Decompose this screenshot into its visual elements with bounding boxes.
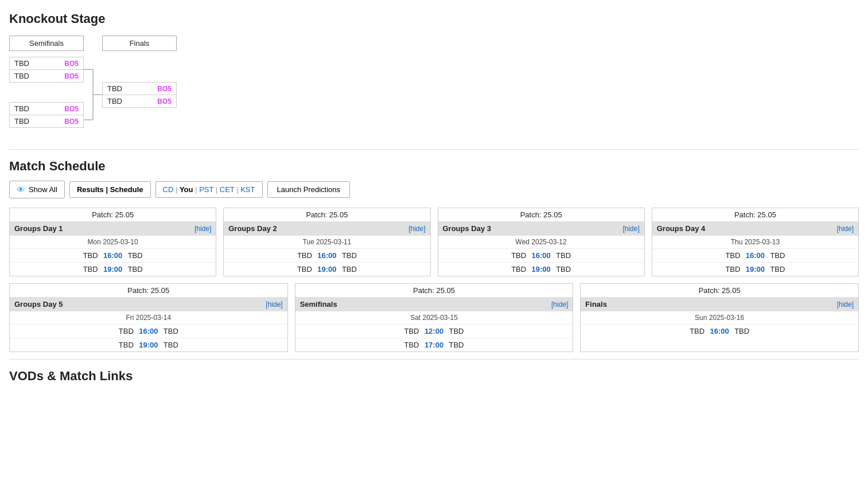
- day-header: Finals[hide]: [581, 297, 858, 311]
- match-time[interactable]: 19:00: [744, 265, 766, 274]
- day-date: Wed 2025-03-12: [438, 236, 644, 249]
- match-row: TBD12:00TBD: [295, 325, 573, 338]
- finals-column: Finals TBD BO5 TBD BO5: [102, 36, 177, 108]
- day-block: Patch: 25.05Finals[hide]Sun 2025-03-16TB…: [580, 283, 859, 352]
- bracket-wrapper: Semifinals TBD BO5 TBD BO5 TBD BO5 TBD B…: [9, 36, 859, 132]
- semi2-team2-bo: BO5: [64, 118, 79, 126]
- results-schedule-button[interactable]: Results | Schedule: [69, 181, 151, 198]
- match-team-right: TBD: [766, 265, 854, 274]
- match-row: TBD19:00TBD: [652, 263, 858, 276]
- day-name: Groups Day 4: [657, 224, 706, 233]
- match-team-right: TBD: [552, 251, 640, 260]
- match-time[interactable]: 12:00: [423, 327, 446, 335]
- timezone-kst[interactable]: KST: [240, 185, 255, 194]
- match-row: TBD16:00TBD: [438, 249, 644, 263]
- match-row: TBD19:00TBD: [10, 338, 287, 352]
- day-name: Groups Day 5: [14, 300, 63, 309]
- match-time[interactable]: 16:00: [137, 327, 160, 335]
- match-row: TBD17:00TBD: [295, 338, 573, 352]
- hide-link[interactable]: [hide]: [551, 300, 568, 309]
- match-row: TBD16:00TBD: [581, 325, 858, 338]
- schedule-grid-row2: Patch: 25.05Groups Day 5[hide]Fri 2025-0…: [9, 283, 859, 352]
- match-time[interactable]: 16:00: [102, 251, 124, 260]
- finals-team2-name: TBD: [107, 97, 151, 106]
- day-header: Groups Day 2[hide]: [224, 221, 430, 236]
- finals-team1-name: TBD: [107, 84, 151, 93]
- day-header: Groups Day 1[hide]: [10, 221, 216, 236]
- match-time[interactable]: 16:00: [530, 251, 552, 260]
- match-row: TBD19:00TBD: [224, 263, 430, 276]
- match-team-left: TBD: [443, 265, 530, 274]
- day-date: Thu 2025-03-13: [652, 236, 858, 249]
- semi2-team2-name: TBD: [14, 117, 59, 126]
- match-time[interactable]: 19:00: [137, 341, 160, 349]
- semi-match-1: TBD BO5 TBD BO5: [9, 57, 84, 83]
- day-block: Patch: 25.05Groups Day 4[hide]Thu 2025-0…: [652, 208, 859, 276]
- match-team-right: TBD: [160, 327, 283, 335]
- match-time[interactable]: 19:00: [316, 265, 338, 274]
- semi2-team1-row: TBD BO5: [9, 102, 84, 115]
- semi1-team2-bo: BO5: [64, 72, 79, 80]
- match-team-right: TBD: [766, 251, 854, 260]
- semi2-team1-bo: BO5: [64, 105, 79, 113]
- finals-match: TBD BO5 TBD BO5: [102, 82, 177, 108]
- timezone-cd[interactable]: CD: [163, 185, 174, 194]
- timezone-cet[interactable]: CET: [220, 185, 235, 194]
- day-name: Semifinals: [300, 300, 337, 309]
- day-date: Tue 2025-03-11: [224, 236, 430, 249]
- match-team-right: TBD: [124, 265, 212, 274]
- hide-link[interactable]: [hide]: [837, 225, 854, 233]
- results-schedule-label: Results | Schedule: [77, 185, 143, 194]
- semi1-team2-row: TBD BO5: [9, 70, 84, 83]
- knockout-stage-title: Knockout Stage: [9, 11, 859, 26]
- launch-predictions-label: Launch Predictions: [277, 185, 341, 194]
- match-row: TBD16:00TBD: [10, 325, 287, 338]
- timezone-pst[interactable]: PST: [199, 185, 213, 194]
- hide-link[interactable]: [hide]: [622, 225, 639, 233]
- match-team-right: TBD: [731, 327, 854, 335]
- match-time[interactable]: 16:00: [708, 327, 731, 335]
- day-date: Sat 2025-03-15: [295, 311, 573, 325]
- semi2-team1-name: TBD: [14, 104, 59, 113]
- eye-icon: 👁: [17, 185, 25, 194]
- show-all-button[interactable]: 👁 Show All: [9, 181, 65, 198]
- semifinals-column: Semifinals TBD BO5 TBD BO5 TBD BO5 TBD B…: [9, 36, 84, 128]
- day-patch: Patch: 25.05: [224, 208, 430, 221]
- match-team-right: TBD: [552, 265, 640, 274]
- match-team-right: TBD: [124, 251, 212, 260]
- match-team-left: TBD: [14, 251, 102, 260]
- day-patch: Patch: 25.05: [10, 284, 287, 297]
- match-team-right: TBD: [446, 327, 569, 335]
- hide-link[interactable]: [hide]: [408, 225, 425, 233]
- semi1-team1-row: TBD BO5: [9, 57, 84, 70]
- timezone-selector[interactable]: CD | You | PST | CET | KST: [155, 181, 263, 198]
- match-time[interactable]: 19:00: [530, 265, 552, 274]
- day-patch: Patch: 25.05: [581, 284, 858, 297]
- day-name: Finals: [585, 300, 607, 309]
- match-row: TBD19:00TBD: [438, 263, 644, 276]
- match-time[interactable]: 16:00: [744, 251, 766, 260]
- match-team-left: TBD: [300, 341, 423, 349]
- hide-link[interactable]: [hide]: [837, 300, 854, 309]
- match-team-right: TBD: [338, 265, 426, 274]
- day-header: Groups Day 3[hide]: [438, 221, 644, 236]
- match-schedule-title: Match Schedule: [9, 149, 859, 174]
- match-time[interactable]: 16:00: [316, 251, 338, 260]
- launch-predictions-button[interactable]: Launch Predictions: [267, 181, 351, 198]
- match-time[interactable]: 19:00: [102, 265, 124, 274]
- day-patch: Patch: 25.05: [652, 208, 858, 221]
- match-team-right: TBD: [446, 341, 569, 349]
- bracket-connector-svg: [84, 57, 102, 132]
- match-team-left: TBD: [228, 265, 316, 274]
- day-block: Patch: 25.05Groups Day 5[hide]Fri 2025-0…: [9, 283, 288, 352]
- match-team-left: TBD: [443, 251, 530, 260]
- timezone-you[interactable]: You: [180, 185, 193, 194]
- finals-team2-row: TBD BO5: [102, 95, 177, 108]
- schedule-controls: 👁 Show All Results | Schedule CD | You |…: [9, 181, 859, 198]
- day-header: Groups Day 4[hide]: [652, 221, 858, 236]
- hide-link[interactable]: [hide]: [266, 300, 282, 309]
- hide-link[interactable]: [hide]: [194, 225, 211, 233]
- vods-title: VODs & Match Links: [9, 359, 859, 384]
- match-time[interactable]: 17:00: [423, 341, 446, 349]
- match-team-right: TBD: [338, 251, 426, 260]
